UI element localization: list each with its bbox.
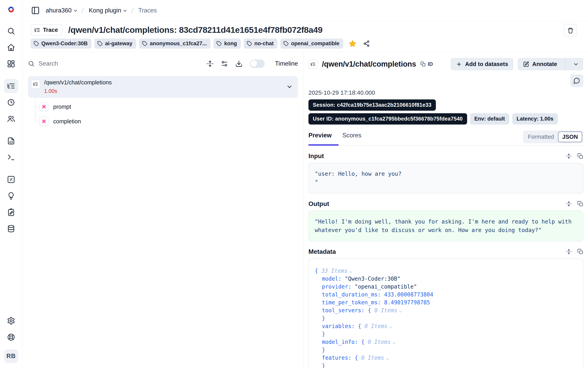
tree-children: promptcompletion bbox=[28, 100, 298, 128]
trace-timestamp: 2025-10-29 17:18:40.000 bbox=[308, 89, 583, 96]
search-icon bbox=[7, 27, 15, 35]
format-option-formatted[interactable]: Formatted bbox=[524, 132, 558, 142]
tree-item-prompt[interactable]: prompt bbox=[39, 100, 298, 113]
tab-scores[interactable]: Scores bbox=[342, 132, 361, 139]
sidebar-item-tracing[interactable] bbox=[4, 79, 18, 93]
search-input[interactable] bbox=[38, 60, 149, 67]
copy-icon[interactable] bbox=[577, 249, 583, 255]
download-icon[interactable] bbox=[235, 60, 243, 67]
chevron-down-icon[interactable] bbox=[286, 83, 293, 90]
trace-tag[interactable]: kong bbox=[213, 38, 241, 49]
sidebar-item-insights[interactable] bbox=[4, 189, 18, 203]
id-label: ID bbox=[428, 61, 433, 67]
comments-button[interactable] bbox=[570, 74, 583, 87]
breadcrumb-org[interactable]: ahura360 bbox=[46, 7, 76, 14]
observation-pinwheel-icon bbox=[39, 102, 48, 111]
observation-pinwheel-icon bbox=[39, 117, 48, 126]
home-icon bbox=[7, 43, 15, 52]
sidebar-item-sessions[interactable] bbox=[4, 95, 18, 110]
sidebar-item-search[interactable] bbox=[4, 24, 18, 38]
display-settings-icon[interactable] bbox=[221, 60, 228, 67]
chevron-down-icon[interactable] bbox=[393, 339, 395, 345]
metadata-json-viewer: { 33 Itemsmodel: "Qwen3-Coder:30B"provid… bbox=[308, 258, 583, 368]
chevron-down-icon[interactable] bbox=[350, 267, 352, 274]
collapse-section-icon[interactable] bbox=[566, 249, 572, 255]
add-to-datasets-button[interactable]: Add to datasets bbox=[451, 58, 514, 70]
chevron-down-icon[interactable] bbox=[569, 61, 583, 67]
metadata-json-row: tool_servers: { 0 Items bbox=[315, 306, 577, 314]
sidebar-item-prompts[interactable] bbox=[4, 134, 18, 148]
lightbulb-icon bbox=[7, 192, 15, 200]
sidebar-item-playground[interactable] bbox=[4, 150, 18, 165]
tab-preview[interactable]: Preview bbox=[308, 132, 332, 139]
tag-icon bbox=[283, 41, 289, 46]
sidebar-item-dashboards[interactable] bbox=[4, 57, 18, 71]
detail-tabs: PreviewScores FormattedJSON bbox=[308, 129, 583, 146]
sidebar-item-scores[interactable] bbox=[4, 172, 18, 187]
app-sidebar: RB bbox=[0, 0, 22, 368]
timeline-toggle-label: Timeline bbox=[275, 60, 298, 67]
collapse-section-icon[interactable] bbox=[566, 153, 572, 159]
plus-icon bbox=[456, 61, 462, 67]
metadata-json-row: variables: { 0 Items bbox=[315, 322, 577, 330]
content-area: Timeline /qwen/v1/chat/completions 1.00s… bbox=[22, 52, 588, 368]
collapse-all-icon[interactable] bbox=[206, 60, 214, 67]
chevron-down-icon[interactable] bbox=[390, 323, 392, 329]
add-to-datasets-label: Add to datasets bbox=[465, 61, 508, 67]
copy-icon[interactable] bbox=[577, 201, 583, 207]
breadcrumb-project[interactable]: Kong plugin bbox=[89, 7, 126, 14]
sidebar-item-home[interactable] bbox=[4, 40, 18, 55]
metadata-json-row: } bbox=[315, 314, 577, 322]
trace-tag[interactable]: ai-gateway bbox=[94, 38, 136, 49]
metadata-section-header: Metadata bbox=[308, 248, 583, 255]
sidebar-item-users[interactable] bbox=[4, 112, 18, 126]
metadata-json-row: model: "Qwen3-Coder:30B" bbox=[315, 275, 577, 283]
copy-id-button[interactable]: ID bbox=[420, 61, 433, 67]
copy-icon[interactable] bbox=[577, 153, 583, 159]
tree-toolbar: Timeline bbox=[28, 59, 298, 68]
tree-root-duration: 1.00s bbox=[44, 88, 112, 94]
breadcrumb-page[interactable]: Traces bbox=[138, 7, 157, 14]
metadata-json-row: model_info: { 0 Items bbox=[315, 338, 577, 346]
sidebar-toggle-icon[interactable] bbox=[31, 6, 40, 15]
chevron-down-icon[interactable] bbox=[400, 307, 402, 313]
trace-tag[interactable]: anonymous_c1fca27... bbox=[139, 38, 210, 49]
trace-tag[interactable]: openai_compatible bbox=[280, 38, 343, 49]
annotate-button[interactable]: Annotate bbox=[518, 58, 583, 70]
square-pen-icon bbox=[523, 61, 529, 67]
sidebar-item-settings[interactable] bbox=[4, 314, 18, 328]
user-id-badge[interactable]: User ID: anonymous_c1fca2795bbedc5f36678… bbox=[308, 113, 467, 125]
timeline-toggle[interactable] bbox=[250, 59, 265, 68]
breadcrumb-separator: / bbox=[81, 7, 84, 14]
breadcrumb: ahura360 / Kong plugin / Traces bbox=[46, 7, 157, 14]
tree-item-root[interactable]: /qwen/v1/chat/completions 1.00s bbox=[28, 76, 298, 98]
tree-item-completion[interactable]: completion bbox=[39, 115, 298, 128]
trace-tag[interactable]: Qwen3-Coder:30B bbox=[31, 38, 91, 49]
tag-icon bbox=[34, 41, 39, 46]
chevron-down-icon[interactable] bbox=[387, 355, 389, 361]
app-logo-icon[interactable] bbox=[6, 4, 17, 15]
sidebar-item-datasets[interactable] bbox=[4, 221, 18, 236]
collapse-section-icon[interactable] bbox=[566, 201, 572, 207]
tags-list: Qwen3-Coder:30Bai-gatewayanonymous_c1fca… bbox=[31, 38, 343, 49]
detail-title: /qwen/v1/chat/completions bbox=[322, 60, 416, 68]
file-code-icon bbox=[7, 137, 15, 145]
settings-icon bbox=[7, 317, 15, 325]
annotate-label: Annotate bbox=[532, 61, 557, 67]
format-option-json[interactable]: JSON bbox=[558, 131, 582, 142]
trace-title: /qwen/v1/chat/completions: 83cd78211d41e… bbox=[68, 25, 322, 35]
tag-icon bbox=[217, 41, 222, 46]
metadata-heading: Metadata bbox=[308, 248, 336, 255]
sidebar-item-support[interactable] bbox=[4, 330, 18, 344]
tree-item-label: completion bbox=[53, 118, 81, 125]
delete-trace-button[interactable] bbox=[564, 24, 577, 37]
tag-icon bbox=[97, 41, 103, 46]
sidebar-item-annotation-queues[interactable] bbox=[4, 205, 18, 219]
session-badge[interactable]: Session: c42fca19b75e13aac2b2106610f81e3… bbox=[308, 99, 436, 111]
user-avatar[interactable]: RB bbox=[4, 350, 18, 363]
trace-tag[interactable]: no-chat bbox=[244, 38, 278, 49]
share-icon[interactable] bbox=[363, 40, 370, 47]
breadcrumb-project-label: Kong plugin bbox=[89, 7, 121, 14]
star-icon[interactable] bbox=[349, 40, 357, 48]
clock-icon bbox=[7, 98, 15, 107]
